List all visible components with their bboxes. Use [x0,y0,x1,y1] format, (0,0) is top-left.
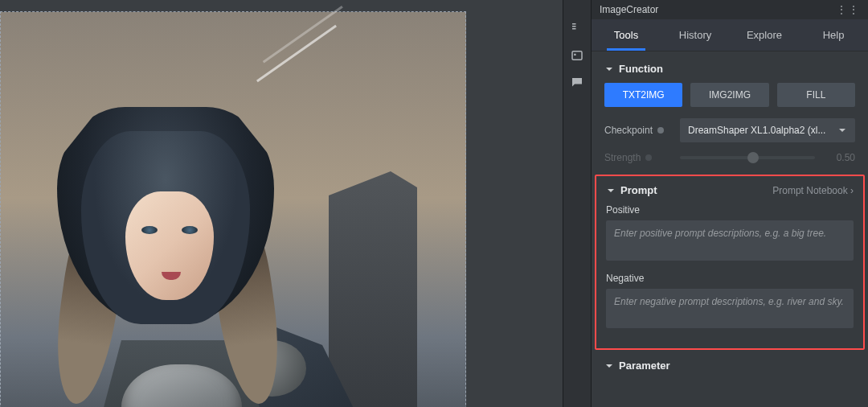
section-prompt: Prompt Prompt Notebook › Positive Negati… [606,184,854,340]
strength-label: Strength [604,152,672,163]
checkpoint-value: DreamShaper XL1.0alpha2 (xl... [688,125,825,136]
chevron-down-icon [837,125,847,135]
mode-label: FILL [806,89,825,101]
tab-label: Tools [614,29,638,41]
more-icon[interactable]: ⋮⋮ [836,3,860,16]
function-heading: Function [619,63,663,75]
calendar-icon[interactable] [570,48,584,63]
chat-icon[interactable] [570,76,584,90]
tab-label: Help [823,29,845,41]
chevron-down-icon [604,361,614,371]
mode-txt2img[interactable]: TXT2IMG [604,83,682,107]
tab-history[interactable]: History [661,19,730,51]
negative-label: Negative [606,273,854,284]
bg-building [329,171,417,407]
panel-titlebar: ImageCreator ⋮⋮ [592,0,868,19]
strength-slider[interactable] [680,156,815,159]
prompt-notebook-link[interactable]: Prompt Notebook › [772,185,854,196]
tool-ribbon [563,0,592,407]
tabs: Tools History Explore Help [592,19,868,51]
canvas-image[interactable] [0,11,466,407]
checkpoint-label: Checkpoint [604,125,672,136]
tab-help[interactable]: Help [799,19,868,51]
parameter-heading: Parameter [619,360,670,372]
prompt-heading: Prompt [620,184,657,196]
negative-prompt-input[interactable] [606,289,854,329]
dot-icon [645,154,652,161]
checkpoint-row: Checkpoint DreamShaper XL1.0alpha2 (xl..… [604,118,855,142]
canvas-area[interactable] [0,0,563,407]
positive-prompt-input[interactable] [606,220,854,261]
chevron-down-icon [604,64,614,74]
strength-value: 0.50 [823,152,855,163]
chevron-down-icon [606,186,616,195]
strength-row: Strength 0.50 [604,152,855,163]
tab-label: History [679,29,711,41]
parameter-header[interactable]: Parameter [604,360,855,372]
mode-label: IMG2IMG [709,89,751,101]
figure [25,107,330,407]
function-header[interactable]: Function [604,63,855,75]
prompt-highlight: Prompt Prompt Notebook › Positive Negati… [595,175,865,350]
side-panel: ImageCreator ⋮⋮ Tools History Explore He… [592,0,868,407]
tab-label: Explore [747,29,782,41]
mode-row: TXT2IMG IMG2IMG FILL [604,83,855,107]
mode-fill[interactable]: FILL [777,83,855,107]
mode-label: TXT2IMG [623,89,665,101]
panel-title: ImageCreator [600,4,658,15]
section-parameter: Parameter [604,360,855,372]
positive-label: Positive [606,204,854,216]
section-function: Function TXT2IMG IMG2IMG FILL Checkpoint… [604,63,855,163]
mode-img2img[interactable]: IMG2IMG [690,83,768,107]
layers-icon[interactable] [570,21,584,35]
svg-rect-0 [572,51,582,60]
dot-icon [657,127,664,134]
prompt-header[interactable]: Prompt Prompt Notebook › [606,184,854,196]
svg-rect-1 [574,54,575,56]
checkpoint-select[interactable]: DreamShaper XL1.0alpha2 (xl... [680,118,855,142]
tab-explore[interactable]: Explore [730,19,799,51]
tab-tools[interactable]: Tools [592,19,661,51]
